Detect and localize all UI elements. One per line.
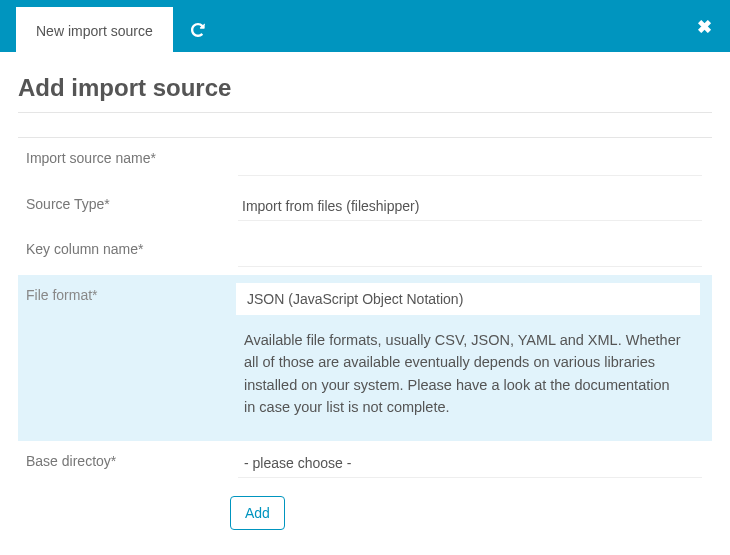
row-key-column-name: Key column name* — [18, 229, 712, 275]
page-title: Add import source — [18, 64, 712, 113]
content-area: Add import source Import source name* So… — [0, 52, 730, 538]
header-bar: New import source ✖ — [0, 0, 730, 52]
row-buttons: Add — [18, 486, 712, 538]
label-source-type: Source Type* — [18, 184, 228, 224]
help-file-format: Available file formats, usually CSV, JSO… — [236, 315, 700, 433]
label-base-directory: Base directoy* — [18, 441, 228, 481]
label-file-format: File format* — [18, 275, 228, 315]
label-key-column-name: Key column name* — [18, 229, 228, 269]
select-file-format[interactable]: JSON (JavaScript Object Notation) — [236, 283, 700, 315]
close-icon: ✖ — [697, 17, 712, 37]
input-key-column-name[interactable] — [238, 237, 702, 267]
input-import-source-name[interactable] — [238, 146, 702, 176]
row-base-directory: Base directoy* - please choose - — [18, 441, 712, 486]
select-source-type[interactable]: Import from files (fileshipper) — [238, 192, 702, 221]
close-button[interactable]: ✖ — [697, 16, 712, 38]
add-button[interactable]: Add — [230, 496, 285, 530]
label-import-source-name: Import source name* — [18, 138, 228, 178]
form: Import source name* Source Type* Import … — [18, 137, 712, 538]
spacer — [18, 486, 228, 510]
row-source-type: Source Type* Import from files (fileship… — [18, 184, 712, 229]
row-file-format: File format* JSON (JavaScript Object Not… — [18, 275, 712, 441]
tab-new-import-source[interactable]: New import source — [16, 7, 173, 53]
refresh-icon — [191, 23, 205, 37]
row-import-source-name: Import source name* — [18, 138, 712, 184]
refresh-button[interactable] — [177, 7, 219, 53]
tab-label: New import source — [36, 23, 153, 39]
select-base-directory[interactable]: - please choose - — [238, 449, 702, 478]
